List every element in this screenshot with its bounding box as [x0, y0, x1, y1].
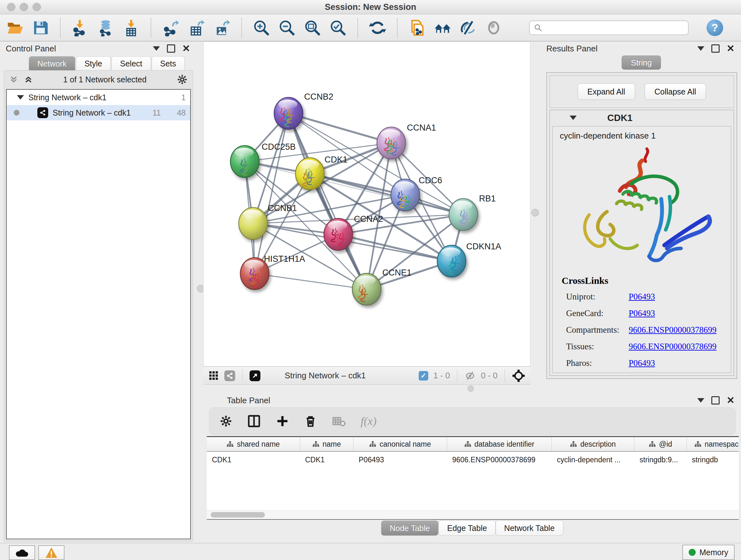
table-cell[interactable]: CDK1 — [300, 452, 354, 468]
close-panel-icon[interactable]: ✕ — [727, 45, 735, 52]
crosslink-link[interactable]: 9606.ENSP00000378699 — [629, 341, 717, 352]
tab-sets[interactable]: Sets — [151, 56, 185, 71]
scrollbar-thumb[interactable] — [211, 512, 265, 517]
network-share-icon[interactable] — [224, 370, 235, 381]
node-CCNB1[interactable] — [239, 207, 267, 240]
network-view-title: String Network – cdk1 — [285, 371, 366, 381]
node-CDC25B[interactable] — [230, 145, 259, 178]
enrichment-eye-icon[interactable] — [459, 18, 477, 37]
zoom-in-icon[interactable] — [252, 18, 271, 37]
network-tree-row[interactable]: String Network – cdk1 1 — [7, 90, 190, 105]
search-input[interactable] — [546, 23, 684, 33]
tab-select[interactable]: Select — [111, 56, 151, 71]
tab-edge-table[interactable]: Edge Table — [439, 520, 495, 536]
refresh-icon[interactable] — [368, 18, 387, 37]
crosslink-link[interactable]: P06493 — [629, 358, 717, 368]
clone-network-icon[interactable] — [408, 18, 426, 37]
tab-network-table[interactable]: Network Table — [495, 520, 563, 536]
tab-style[interactable]: Style — [76, 56, 111, 71]
collapse-gene-icon[interactable] — [569, 116, 577, 120]
open-session-icon[interactable] — [6, 18, 24, 37]
delete-column-icon[interactable] — [304, 415, 317, 428]
crosslink-link[interactable]: 9606.ENSP00000378699 — [629, 325, 717, 335]
tab-network[interactable]: Network — [29, 56, 75, 71]
float-panel-icon[interactable] — [153, 46, 160, 51]
search-field[interactable] — [529, 20, 689, 35]
gear-icon[interactable] — [177, 74, 188, 85]
horizontal-scrollbar[interactable] — [207, 510, 739, 519]
node-CDC6[interactable] — [391, 179, 420, 211]
tab-node-table[interactable]: Node Table — [381, 520, 439, 536]
edge-CCNB2-HIST1H1A[interactable] — [255, 113, 288, 273]
warnings-button[interactable] — [38, 545, 64, 560]
column-header-shared-name[interactable]: shared name — [207, 437, 300, 451]
string-home-icon[interactable] — [433, 18, 452, 37]
import-table-icon[interactable] — [122, 18, 140, 37]
export-network-icon[interactable] — [161, 18, 180, 37]
help-button[interactable]: ? — [706, 19, 723, 36]
column-header-namespace[interactable]: namespace — [687, 437, 739, 451]
collapse-all-icon[interactable] — [9, 75, 18, 84]
network-tree-row[interactable]: String Network – cdk1 11 48 — [7, 105, 190, 120]
collapse-all-button[interactable]: Collapse All — [645, 83, 706, 100]
string-results-tab[interactable]: String — [622, 56, 661, 70]
import-network-database-icon[interactable] — [96, 18, 115, 37]
open-in-window-icon[interactable] — [250, 370, 260, 381]
node-CCNB2[interactable] — [274, 98, 303, 129]
table-cell[interactable]: cyclin-dependent ... — [552, 452, 634, 468]
node-RB1[interactable] — [449, 199, 478, 231]
birds-eye-view-icon[interactable] — [512, 369, 525, 382]
edge-CCNB2-CCNA1[interactable] — [288, 113, 391, 143]
table-cell[interactable]: P06493 — [354, 452, 447, 468]
crosslink-link[interactable]: P06493 — [629, 292, 717, 302]
table-row[interactable]: CDK1CDK1P064939606.ENSP00000378699cyclin… — [207, 452, 739, 468]
save-session-icon[interactable] — [31, 18, 50, 37]
import-network-file-icon[interactable] — [71, 18, 89, 37]
table-settings-gear-icon[interactable] — [219, 415, 232, 428]
edge-CCNE1-HIST1H1A[interactable] — [255, 273, 367, 289]
expand-all-icon[interactable] — [24, 75, 33, 84]
close-panel-icon[interactable]: ✕ — [727, 397, 735, 403]
column-header-canonical-name[interactable]: canonical name — [354, 437, 447, 451]
node-CDK1[interactable] — [295, 158, 324, 190]
grid-view-icon[interactable] — [208, 370, 219, 381]
table-cell[interactable]: stringdb — [687, 452, 739, 468]
add-column-icon[interactable] — [276, 415, 289, 428]
show-hide-icon[interactable] — [484, 18, 503, 37]
memory-button[interactable]: Memory — [682, 545, 735, 560]
right-divider-handle[interactable] — [531, 209, 539, 216]
expand-all-button[interactable]: Expand All — [578, 83, 635, 100]
node-CDKN1A[interactable] — [437, 245, 466, 277]
table-cell[interactable]: stringdb:9... — [634, 452, 687, 468]
node-CCNA2[interactable] — [324, 219, 353, 250]
close-panel-icon[interactable]: ✕ — [182, 45, 190, 52]
hidden-eye-icon[interactable] — [464, 370, 476, 381]
network-selected-count: 1 of 1 Network selected — [39, 75, 171, 84]
export-table-icon[interactable] — [187, 18, 205, 37]
node-CCNA1[interactable] — [377, 127, 406, 159]
export-image-icon[interactable] — [212, 18, 231, 37]
edge-CCNA2-CDKN1A[interactable] — [338, 234, 452, 261]
float-panel-icon[interactable] — [697, 46, 704, 51]
zoom-out-icon[interactable] — [278, 18, 296, 37]
collapse-icon[interactable] — [17, 95, 24, 100]
table-cell[interactable]: CDK1 — [207, 452, 300, 468]
column-header-name[interactable]: name — [300, 437, 354, 451]
column-header-description[interactable]: description — [552, 437, 634, 451]
column-header-database-identifier[interactable]: database identifier — [447, 437, 552, 451]
node-CCNE1[interactable] — [352, 273, 381, 305]
selected-nodes-checkbox[interactable]: ✓ — [419, 371, 428, 381]
maximize-panel-icon[interactable] — [711, 44, 720, 53]
show-columns-icon[interactable] — [247, 414, 261, 428]
zoom-fit-icon[interactable] — [303, 18, 322, 37]
float-panel-icon[interactable] — [697, 398, 704, 402]
gene-section-header[interactable]: CDK1 — [550, 110, 734, 125]
cloud-button[interactable] — [9, 545, 35, 560]
column-header--id[interactable]: @id — [634, 437, 687, 451]
maximize-panel-icon[interactable] — [711, 396, 720, 405]
network-canvas[interactable]: CCNB2CCNA1CDC25BCDK1CDC6RB1CCNB1CCNA2CDK… — [203, 42, 530, 367]
zoom-selected-icon[interactable] — [329, 18, 347, 37]
crosslink-link[interactable]: P06493 — [629, 308, 717, 318]
table-cell[interactable]: 9606.ENSP00000378699 — [447, 452, 552, 468]
maximize-panel-icon[interactable] — [167, 44, 175, 53]
